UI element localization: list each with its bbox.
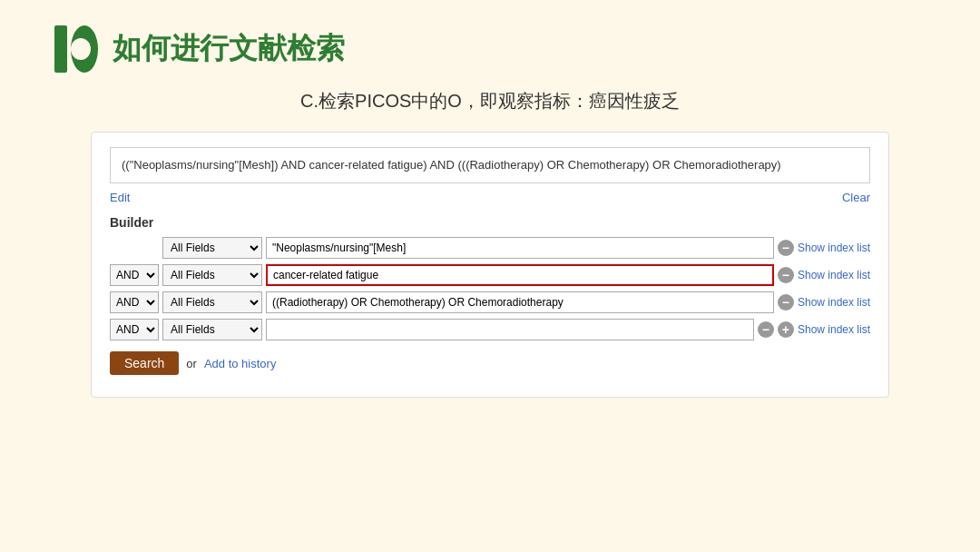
remove-row-button[interactable]: − (778, 240, 794, 256)
field-select[interactable]: All FieldsTitleAbstractMeSH Terms (162, 264, 262, 286)
add-row-button[interactable]: + (778, 321, 794, 338)
query-actions: Edit Clear (110, 191, 870, 204)
subtitle: C.检索PICOS中的O，即观察指标：癌因性疲乏 (0, 89, 980, 113)
term-input[interactable] (266, 264, 774, 286)
field-select[interactable]: All FieldsTitleAbstractMeSH Terms (162, 319, 262, 340)
edit-link[interactable]: Edit (110, 191, 130, 204)
field-select[interactable]: All FieldsTitleAbstractMeSH Terms (162, 237, 262, 259)
page-title: 如何进行文献检索 (113, 29, 345, 69)
svg-rect-0 (54, 25, 67, 73)
bottom-actions: Search or Add to history (110, 351, 870, 375)
field-select[interactable]: All FieldsTitleAbstractMeSH Terms (162, 291, 262, 313)
clear-link[interactable]: Clear (842, 191, 870, 204)
show-index-link[interactable]: Show index list (798, 269, 870, 281)
header: 如何进行文献检索 (0, 0, 980, 82)
search-button[interactable]: Search (110, 351, 179, 375)
operator-select[interactable]: ANDORNOT (110, 291, 159, 313)
add-to-history-link[interactable]: Add to history (204, 357, 277, 370)
operator-select[interactable]: ANDORNOT (110, 319, 159, 340)
term-input[interactable] (266, 237, 774, 259)
operator-select[interactable]: ANDORNOT (110, 264, 159, 286)
term-input[interactable] (266, 319, 754, 340)
remove-row-button[interactable]: − (778, 294, 794, 310)
logo-icon (54, 25, 98, 73)
or-text: or (186, 357, 197, 370)
builder-row: ANDORNOTAll FieldsTitleAbstractMeSH Term… (110, 319, 870, 340)
builder-rows: All FieldsTitleAbstractMeSH Terms−Show i… (110, 237, 870, 340)
show-index-link[interactable]: Show index list (798, 323, 870, 336)
term-input[interactable] (266, 291, 774, 313)
builder-row: All FieldsTitleAbstractMeSH Terms−Show i… (110, 237, 870, 259)
svg-rect-2 (71, 38, 91, 60)
show-index-link[interactable]: Show index list (798, 242, 870, 254)
builder-row: ANDORNOTAll FieldsTitleAbstractMeSH Term… (110, 264, 870, 286)
query-display: (("Neoplasms/nursing"[Mesh]) AND cancer-… (110, 147, 870, 183)
main-panel: (("Neoplasms/nursing"[Mesh]) AND cancer-… (91, 132, 889, 398)
remove-row-button[interactable]: − (758, 321, 774, 338)
builder-row: ANDORNOTAll FieldsTitleAbstractMeSH Term… (110, 291, 870, 313)
builder-label: Builder (110, 215, 870, 230)
show-index-link[interactable]: Show index list (798, 296, 870, 309)
remove-row-button[interactable]: − (778, 267, 794, 283)
